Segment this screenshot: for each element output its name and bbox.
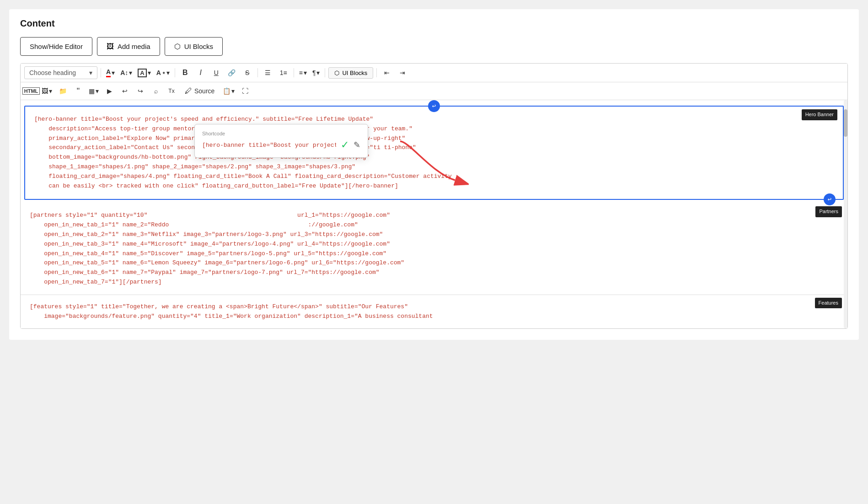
align-button[interactable]: ≡ ▾ — [297, 66, 309, 79]
link-button[interactable]: 🔗 — [225, 66, 239, 79]
folder-button[interactable]: 📁 — [56, 85, 70, 97]
video-button[interactable]: ▶ — [102, 85, 116, 97]
indent-icon: ⇥ — [400, 69, 405, 76]
table-button[interactable]: ▦ ▾ — [87, 85, 101, 97]
format-bar-row2: HTML 🖼 ▾ 📁 " ▦ ▾ ▶ ↩ ↪ — [21, 82, 847, 100]
chevron-down-icon: ▾ — [316, 69, 320, 76]
hero-banner-content: [hero-banner title="Boost your project's… — [34, 115, 834, 191]
ol-icon: 1≡ — [280, 69, 287, 76]
bold-button[interactable]: B — [178, 66, 192, 79]
chevron-down-icon: ▾ — [231, 87, 235, 95]
source-button[interactable]: 🖊 Source — [180, 86, 219, 97]
editor-content-area: ↩ Hero Banner [hero-banner title="Boost … — [21, 100, 847, 328]
chevron-down-icon: ▾ — [89, 69, 92, 76]
partners-block[interactable]: Partners [partners style="1" quantity="1… — [21, 204, 847, 295]
divider-6 — [376, 68, 377, 77]
template-button[interactable]: 📋 ▾ — [221, 85, 236, 97]
blockquote-icon: " — [77, 86, 80, 96]
features-content: [features style="1" title="Together, we … — [30, 302, 838, 322]
format-icon: A — [156, 69, 161, 76]
paragraph-button[interactable]: ¶ ▾ — [311, 66, 322, 79]
ui-blocks-button[interactable]: ⬡ UI Blocks — [165, 37, 223, 56]
heading-select[interactable]: Choose heading ▾ — [24, 66, 97, 79]
undo-button[interactable]: ↩ — [118, 85, 132, 97]
image-icon: 🖼 — [42, 87, 48, 95]
features-block[interactable]: Features [features style="1" title="Toge… — [21, 295, 847, 329]
chevron-down-icon: ▾ — [49, 87, 52, 95]
source-icon: 🖊 — [185, 87, 192, 95]
html-icon: HTML — [22, 87, 40, 95]
content-section: Content Show/Hide Editor 🖼 Add media ⬡ U… — [9, 9, 859, 340]
clear-format-icon: Tx — [168, 88, 174, 94]
source-label: Source — [194, 87, 214, 95]
chevron-down-icon: ▾ — [96, 87, 99, 95]
ui-blocks-label: UI Blocks — [342, 70, 367, 76]
underline-button[interactable]: U — [209, 66, 223, 79]
ul-icon: ☰ — [265, 69, 271, 76]
font-family-icon: A — [138, 69, 146, 77]
divider-3 — [257, 68, 258, 77]
format-sub-icon: ✦ — [162, 70, 166, 75]
html-button[interactable]: HTML — [24, 85, 38, 97]
underline-label: U — [214, 69, 219, 76]
chevron-down-icon: ▾ — [304, 69, 307, 76]
divider-2 — [175, 68, 175, 77]
image-button[interactable]: 🖼 ▾ — [40, 85, 54, 97]
font-family-button[interactable]: A ▾ — [136, 66, 152, 79]
indent-button[interactable]: ⇥ — [396, 66, 409, 79]
find-replace-button[interactable]: ⌕ — [149, 85, 163, 97]
shortcode-input[interactable] — [202, 142, 336, 149]
hero-banner-block[interactable]: ↩ Hero Banner [hero-banner title="Boost … — [24, 106, 844, 200]
chevron-down-icon: ▾ — [166, 69, 170, 76]
unordered-list-button[interactable]: ☰ — [261, 66, 275, 79]
format-bar-row1: Choose heading ▾ A ▾ A↕ ▾ A ▾ A ✦ ▾ — [21, 64, 847, 82]
redo-button[interactable]: ↪ — [134, 85, 147, 97]
add-media-button[interactable]: 🖼 Add media — [97, 37, 160, 56]
scrollbar-thumb[interactable] — [844, 109, 847, 137]
divider-5 — [325, 68, 325, 77]
font-size-button[interactable]: A↕ ▾ — [118, 66, 134, 79]
blockquote-button[interactable]: " — [71, 85, 85, 97]
table-icon: ▦ — [89, 87, 95, 95]
paragraph-icon: ¶ — [312, 69, 316, 76]
show-hide-label: Show/Hide Editor — [30, 43, 83, 50]
outdent-button[interactable]: ⇤ — [380, 66, 394, 79]
editor-container: Choose heading ▾ A ▾ A↕ ▾ A ▾ A ✦ ▾ — [20, 63, 848, 329]
strikethrough-button[interactable]: S — [241, 66, 254, 79]
ui-blocks-icon: ⬡ — [174, 42, 181, 51]
main-toolbar: Show/Hide Editor 🖼 Add media ⬡ UI Blocks — [20, 37, 848, 56]
show-hide-editor-button[interactable]: Show/Hide Editor — [20, 37, 92, 56]
format-ui-blocks-button[interactable]: ⬡ UI Blocks — [328, 67, 373, 79]
ordered-list-button[interactable]: 1≡ — [277, 66, 290, 79]
scrollbar[interactable] — [844, 100, 847, 328]
shortcode-edit-button[interactable]: ✎ — [354, 140, 360, 150]
undo-icon: ↩ — [122, 87, 128, 95]
add-media-label: Add media — [118, 43, 150, 50]
ui-blocks-label: UI Blocks — [184, 43, 213, 50]
shortcode-row: ✓ ✎ — [202, 139, 360, 151]
italic-button[interactable]: I — [194, 66, 208, 79]
font-color-button[interactable]: A ▾ — [104, 66, 117, 79]
font-color-icon: A — [106, 68, 111, 77]
ui-blocks-icon: ⬡ — [334, 70, 339, 76]
drag-handle-top[interactable]: ↩ — [428, 100, 440, 112]
redo-icon: ↪ — [138, 87, 143, 95]
hero-banner-label: Hero Banner — [802, 109, 837, 120]
bold-label: B — [182, 69, 188, 77]
shortcode-label: Shortcode — [202, 131, 360, 136]
fullscreen-button[interactable]: ⛶ — [238, 85, 252, 97]
shortcode-confirm-button[interactable]: ✓ — [341, 139, 349, 151]
video-icon: ▶ — [107, 87, 112, 95]
italic-label: I — [200, 69, 202, 77]
clear-format-button[interactable]: Tx — [165, 85, 178, 97]
partners-content: [partners style="1" quantity="10" url_1=… — [30, 211, 838, 287]
folder-icon: 📁 — [59, 87, 67, 95]
link-icon: 🔗 — [228, 69, 236, 76]
font-size-icon: A↕ — [120, 69, 128, 76]
chevron-down-icon: ▾ — [112, 69, 115, 76]
find-replace-icon: ⌕ — [154, 87, 158, 95]
heading-placeholder: Choose heading — [29, 69, 76, 76]
format-button[interactable]: A ✦ ▾ — [155, 66, 171, 79]
features-label: Features — [815, 298, 842, 309]
partners-label: Partners — [815, 206, 842, 217]
